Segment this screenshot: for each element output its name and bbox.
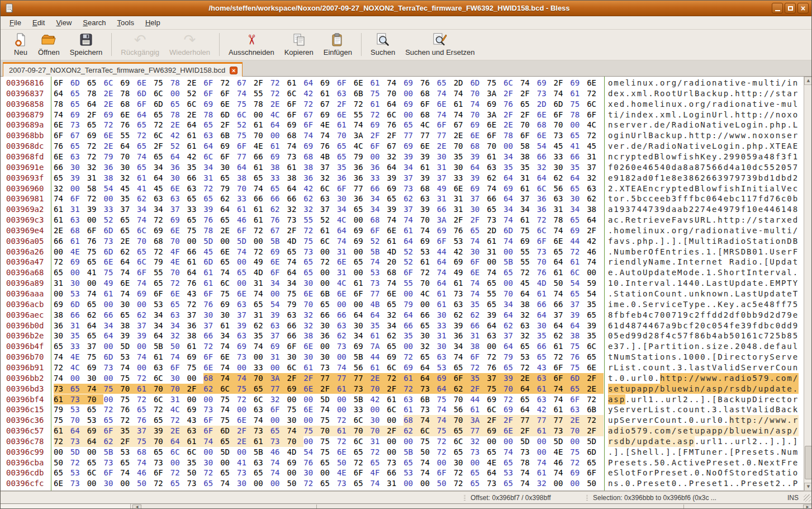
- hex-byte[interactable]: 74: [270, 458, 287, 468]
- hex-byte[interactable]: 6F: [237, 141, 254, 152]
- panel-right-arrow-icon[interactable]: ▶: [803, 505, 812, 509]
- ascii-char[interactable]: s: [660, 404, 666, 415]
- ascii-char[interactable]: 4: [660, 162, 666, 173]
- ascii-char[interactable]: e: [776, 352, 781, 362]
- ascii-char[interactable]: B: [747, 247, 752, 257]
- ascii-char[interactable]: 6: [712, 173, 718, 183]
- ascii-char[interactable]: B: [654, 152, 660, 162]
- hex-byte[interactable]: 65: [220, 257, 237, 267]
- hex-byte[interactable]: 6F: [103, 468, 120, 478]
- hex-byte[interactable]: 65: [187, 194, 204, 204]
- hex-byte[interactable]: 2F: [487, 415, 504, 426]
- ascii-char[interactable]: e: [764, 267, 770, 278]
- hex-byte[interactable]: 61: [437, 289, 454, 299]
- ascii-char[interactable]: r: [695, 225, 700, 236]
- ascii-char[interactable]: t: [747, 352, 752, 362]
- ascii-char[interactable]: l: [648, 447, 654, 458]
- hex-byte[interactable]: 63: [537, 394, 554, 405]
- hex-byte[interactable]: 37: [403, 173, 420, 183]
- ascii-char[interactable]: :: [758, 88, 764, 99]
- hex-byte[interactable]: 56: [554, 183, 571, 194]
- ascii-char[interactable]: 1: [620, 173, 625, 183]
- ascii-char[interactable]: 4: [643, 310, 648, 321]
- ascii-char[interactable]: .: [706, 299, 712, 310]
- hex-byte[interactable]: 74: [387, 278, 403, 289]
- ascii-char[interactable]: 8: [787, 331, 792, 341]
- hex-byte[interactable]: 00: [387, 415, 403, 426]
- ascii-char[interactable]: U: [695, 215, 700, 225]
- ascii-char[interactable]: o: [643, 468, 648, 478]
- ascii-char[interactable]: o: [718, 225, 723, 236]
- hex-byte[interactable]: 44: [371, 352, 387, 362]
- ascii-char[interactable]: .: [683, 99, 688, 110]
- hex-byte[interactable]: 31: [520, 173, 537, 183]
- ascii-char[interactable]: b: [637, 194, 643, 204]
- ascii-char[interactable]: o: [666, 88, 671, 99]
- toolbar-button-suchen-und-ersetzen[interactable]: Suchen und Ersetzen: [400, 31, 479, 58]
- menu-search[interactable]: Search: [77, 17, 111, 29]
- ascii-char[interactable]: 1: [741, 162, 747, 173]
- hex-byte[interactable]: 31: [170, 394, 187, 405]
- hex-byte[interactable]: 30: [70, 162, 87, 173]
- hex-byte[interactable]: 39: [70, 173, 87, 183]
- hex-byte[interactable]: 63: [270, 321, 287, 331]
- hex-byte[interactable]: 72: [403, 352, 420, 362]
- hex-byte[interactable]: 54: [103, 183, 120, 194]
- ascii-char[interactable]: u: [625, 384, 631, 394]
- hex-byte[interactable]: 39: [420, 152, 437, 162]
- hex-byte[interactable]: 69: [454, 257, 471, 267]
- ascii-char[interactable]: 9: [758, 310, 764, 321]
- hex-byte[interactable]: 74: [287, 141, 303, 152]
- ascii-char[interactable]: r: [620, 141, 625, 152]
- ascii-char[interactable]: r: [620, 194, 625, 204]
- hex-byte[interactable]: 65: [520, 99, 537, 110]
- hex-byte[interactable]: 74: [470, 278, 487, 289]
- hex-byte[interactable]: 4D: [287, 447, 303, 458]
- ascii-char[interactable]: s: [672, 352, 677, 362]
- hex-byte[interactable]: 70: [170, 384, 187, 394]
- hex-byte[interactable]: 69: [371, 120, 387, 130]
- hex-byte[interactable]: 65: [137, 247, 154, 257]
- hex-byte[interactable]: 61: [454, 99, 471, 110]
- hex-byte[interactable]: 62: [120, 247, 137, 257]
- ascii-char[interactable]: h: [695, 152, 700, 162]
- hex-byte[interactable]: 2F: [504, 415, 520, 426]
- ascii-char[interactable]: e: [620, 331, 625, 341]
- ascii-char[interactable]: .: [620, 447, 625, 458]
- hex-byte[interactable]: 65: [137, 404, 154, 415]
- hex-byte[interactable]: 53: [70, 289, 87, 299]
- ascii-char[interactable]: f: [654, 247, 660, 257]
- hex-byte[interactable]: 4E: [254, 141, 270, 152]
- hex-byte[interactable]: 34: [137, 204, 154, 215]
- hex-byte[interactable]: 00: [354, 267, 371, 278]
- ascii-char[interactable]: 5: [614, 331, 619, 341]
- hex-byte[interactable]: 73: [487, 215, 504, 225]
- ascii-char[interactable]: e: [781, 247, 787, 257]
- hex-byte[interactable]: 74: [420, 415, 437, 426]
- hex-byte[interactable]: 72: [537, 215, 554, 225]
- ascii-char[interactable]: t: [741, 404, 747, 415]
- hex-byte[interactable]: 00: [270, 289, 287, 299]
- ascii-char[interactable]: L: [735, 120, 740, 130]
- hex-byte[interactable]: 00: [403, 88, 420, 99]
- ascii-char[interactable]: n: [672, 289, 677, 299]
- ascii-char[interactable]: l: [643, 88, 648, 99]
- hex-byte[interactable]: 68: [287, 130, 303, 141]
- hex-byte[interactable]: 62: [403, 194, 420, 204]
- ascii-char[interactable]: o: [706, 183, 712, 194]
- hex-byte[interactable]: 6C: [537, 183, 554, 194]
- ascii-char[interactable]: h: [631, 99, 637, 110]
- ascii-char[interactable]: a: [770, 183, 775, 194]
- hex-byte[interactable]: 37: [320, 204, 337, 215]
- ascii-char[interactable]: e: [758, 204, 764, 215]
- hex-byte[interactable]: 64: [354, 310, 371, 321]
- ascii-char[interactable]: r: [758, 352, 764, 362]
- hex-byte[interactable]: 70: [371, 384, 387, 394]
- ascii-char[interactable]: 1: [758, 247, 764, 257]
- hex-byte[interactable]: 61: [387, 394, 403, 405]
- hex-byte[interactable]: 75: [303, 426, 320, 436]
- ascii-char[interactable]: t: [747, 88, 752, 99]
- ascii-char[interactable]: l: [700, 183, 706, 194]
- ascii-char[interactable]: R: [700, 215, 706, 225]
- hex-byte[interactable]: 69: [170, 215, 187, 225]
